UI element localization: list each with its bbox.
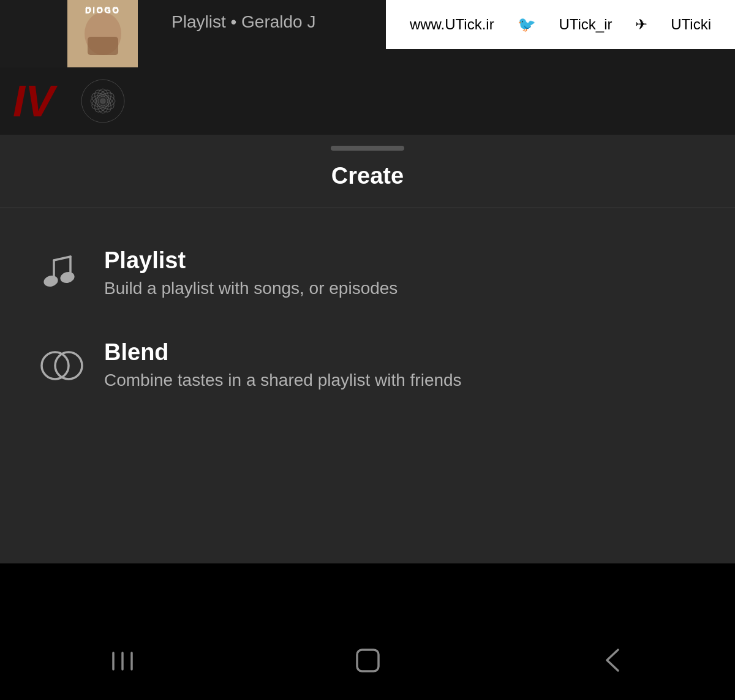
album-iv: IV xyxy=(0,67,67,135)
svg-point-18 xyxy=(61,272,75,284)
svg-text:DIOGO: DIOGO xyxy=(85,6,120,15)
album-row-2: IV xyxy=(0,67,138,135)
playlist-option[interactable]: Playlist Build a playlist with songs, or… xyxy=(0,227,735,318)
album-dark xyxy=(0,0,67,67)
modal-title: Create xyxy=(0,163,735,189)
album-row-1: DIOGO xyxy=(0,0,138,67)
home-button[interactable] xyxy=(331,636,404,685)
playlist-subtitle: Build a playlist with songs, or episodes xyxy=(104,279,398,298)
back-button[interactable] xyxy=(576,636,649,685)
android-nav-bar xyxy=(0,620,735,700)
blend-option-text: Blend Combine tastes in a shared playlis… xyxy=(104,339,462,390)
svg-point-13 xyxy=(100,99,105,103)
album-floral xyxy=(67,67,138,135)
twitter-icon: 🐦 xyxy=(518,16,536,33)
iv-label: IV xyxy=(13,79,55,123)
blend-option[interactable]: Blend Combine tastes in a shared playlis… xyxy=(0,318,735,410)
top-section: DIOGO Playlist • Geraldo J IV xyxy=(0,0,735,135)
blend-subtitle: Combine tastes in a shared playlist with… xyxy=(104,371,462,390)
drag-handle-bar xyxy=(331,146,404,151)
telegram-icon: ✈ xyxy=(635,16,647,33)
svg-rect-24 xyxy=(357,650,379,671)
playlist-option-text: Playlist Build a playlist with songs, or… xyxy=(104,247,398,298)
divider xyxy=(0,208,735,208)
blend-title: Blend xyxy=(104,339,462,366)
create-modal: Create Playlist Build a playlist xyxy=(0,135,735,563)
drag-handle[interactable] xyxy=(0,135,735,163)
svg-line-15 xyxy=(54,257,70,260)
watermark-twitter: UTick_ir xyxy=(559,16,612,33)
playlist-title: Playlist xyxy=(104,247,398,274)
blend-icon xyxy=(31,337,92,392)
album-diogo: DIOGO xyxy=(67,0,138,67)
watermark-url: www.UTick.ir xyxy=(410,16,494,33)
playlist-text-overlay: Playlist • Geraldo J xyxy=(172,12,315,32)
watermark-telegram: UTicki xyxy=(671,16,711,33)
watermark-overlay: www.UTick.ir 🐦 UTick_ir ✈ UTicki xyxy=(386,0,735,49)
recent-apps-button[interactable] xyxy=(86,636,159,685)
svg-rect-3 xyxy=(88,37,118,55)
svg-point-17 xyxy=(44,276,58,287)
music-note-icon xyxy=(31,245,92,300)
